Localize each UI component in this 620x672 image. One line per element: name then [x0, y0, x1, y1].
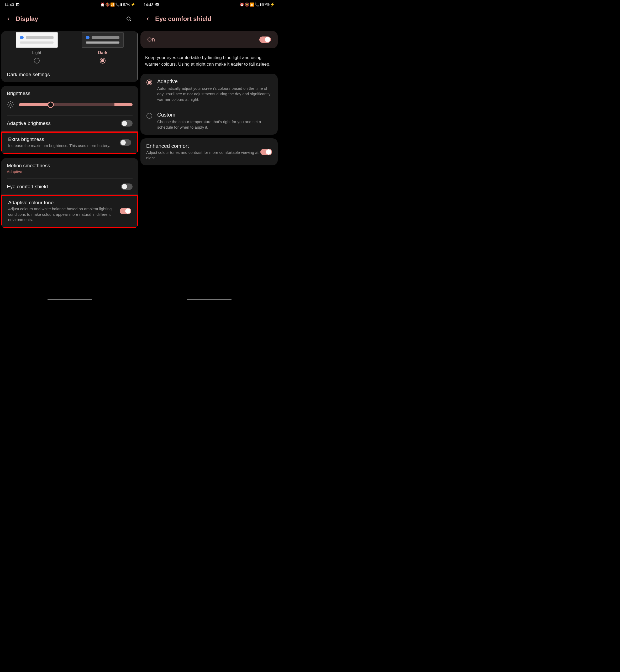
custom-desc: Choose the colour temperature that's rig…: [157, 119, 272, 130]
radio-dark[interactable]: [100, 58, 106, 63]
page-title: Eye comfort shield: [155, 15, 212, 22]
enhanced-card: Enhanced comfort Adjust colour tones and…: [141, 138, 278, 165]
enhanced-comfort-toggle[interactable]: [260, 149, 272, 155]
charging-icon: ⚡: [131, 2, 135, 7]
adaptive-brightness-label: Adaptive brightness: [7, 120, 51, 126]
theme-option-light[interactable]: Light: [6, 32, 67, 63]
status-time: 14:43: [4, 2, 14, 7]
status-bar: 14:43 ⏰ 🔕 📶 📞 ▮ 87% ⚡: [0, 0, 139, 9]
back-button[interactable]: [143, 14, 153, 23]
eye-comfort-on-toggle[interactable]: [259, 37, 271, 43]
dark-mode-settings-row[interactable]: Dark mode settings: [1, 67, 138, 82]
eye-comfort-shield-label: Eye comfort shield: [7, 184, 48, 190]
adaptive-title: Adaptive: [157, 79, 272, 85]
adaptive-desc: Automatically adjust your screen's colou…: [157, 86, 272, 102]
nav-bar[interactable]: [48, 299, 92, 300]
adaptive-colour-tone-row[interactable]: Adaptive colour tone Adjust colours and …: [1, 195, 138, 228]
adaptive-colour-tone-toggle[interactable]: [120, 208, 131, 214]
enhanced-comfort-desc: Adjust colour tones and contrast for mor…: [146, 150, 260, 161]
nav-bar[interactable]: [187, 299, 231, 300]
svg-line-1: [130, 20, 131, 21]
phone-eye-comfort: 14:43 ⏰ 🔕 📶 📞 ▮ 87% ⚡ Eye comfort shield…: [139, 0, 279, 302]
radio-light[interactable]: [34, 58, 40, 63]
motion-smoothness-value: Adaptive: [7, 169, 133, 174]
enhanced-comfort-row[interactable]: Enhanced comfort Adjust colour tones and…: [141, 138, 278, 165]
theme-card: Light Dark Dark mode settings: [1, 31, 138, 82]
on-card: On: [141, 31, 278, 48]
enhanced-comfort-label: Enhanced comfort: [146, 143, 260, 149]
eye-comfort-shield-toggle[interactable]: [121, 184, 133, 190]
theme-option-dark[interactable]: Dark: [72, 32, 133, 63]
screenshot-icon: [155, 2, 159, 7]
motion-smoothness-row[interactable]: Motion smoothness Adaptive: [1, 158, 138, 178]
adaptive-brightness-row[interactable]: Adaptive brightness: [1, 115, 138, 131]
brightness-card: Brightness Adaptive brightness: [1, 86, 138, 154]
brightness-sun-icon: [7, 101, 14, 108]
eye-comfort-description: Keep your eyes comfortable by limiting b…: [139, 52, 279, 74]
brightness-slider[interactable]: [19, 103, 133, 106]
charging-icon: ⚡: [270, 2, 274, 7]
page-title: Display: [16, 15, 38, 22]
display-extras-card: Motion smoothness Adaptive Eye comfort s…: [1, 158, 138, 228]
adaptive-brightness-toggle[interactable]: [121, 120, 133, 126]
battery-percent: 87%: [123, 2, 130, 7]
radio-custom[interactable]: [147, 113, 152, 119]
status-icons: ⏰ 🔕 📶 📞 ▮: [100, 2, 122, 7]
theme-label-light: Light: [6, 50, 67, 55]
header: Eye comfort shield: [139, 9, 279, 31]
custom-option-row[interactable]: Custom Choose the colour temperature tha…: [141, 107, 278, 135]
phone-display-settings: 14:43 ⏰ 🔕 📶 📞 ▮ 87% ⚡ Display Light: [0, 0, 139, 302]
status-bar: 14:43 ⏰ 🔕 📶 📞 ▮ 87% ⚡: [139, 0, 279, 9]
status-icons: ⏰ 🔕 📶 📞 ▮: [240, 2, 262, 7]
svg-point-0: [127, 17, 130, 20]
theme-preview-dark: [82, 32, 124, 48]
adaptive-option-row[interactable]: Adaptive Automatically adjust your scree…: [141, 74, 278, 107]
on-label: On: [147, 36, 155, 43]
status-time: 14:43: [144, 2, 154, 7]
battery-percent: 87%: [262, 2, 270, 7]
extra-brightness-row[interactable]: Extra brightness Increase the maximum br…: [1, 132, 138, 154]
extra-brightness-label: Extra brightness: [8, 137, 120, 142]
search-button[interactable]: [124, 14, 134, 23]
custom-title: Custom: [157, 112, 272, 118]
extra-brightness-desc: Increase the maximum brightness. This us…: [8, 143, 120, 148]
radio-adaptive[interactable]: [147, 80, 152, 85]
brightness-slider-thumb[interactable]: [48, 102, 54, 108]
mode-card: Adaptive Automatically adjust your scree…: [141, 74, 278, 135]
adaptive-colour-tone-desc: Adjust colours and white balance based o…: [8, 206, 120, 222]
motion-smoothness-label: Motion smoothness: [7, 163, 133, 168]
extra-brightness-toggle[interactable]: [120, 139, 131, 146]
eye-comfort-shield-row[interactable]: Eye comfort shield: [1, 179, 138, 195]
back-button[interactable]: [4, 14, 13, 23]
header: Display: [0, 9, 139, 31]
adaptive-colour-tone-label: Adaptive colour tone: [8, 200, 120, 206]
screenshot-icon: [16, 2, 19, 7]
theme-label-dark: Dark: [72, 50, 133, 55]
brightness-label: Brightness: [7, 91, 133, 96]
dark-mode-settings-label: Dark mode settings: [7, 72, 50, 77]
theme-preview-light: [16, 32, 58, 48]
